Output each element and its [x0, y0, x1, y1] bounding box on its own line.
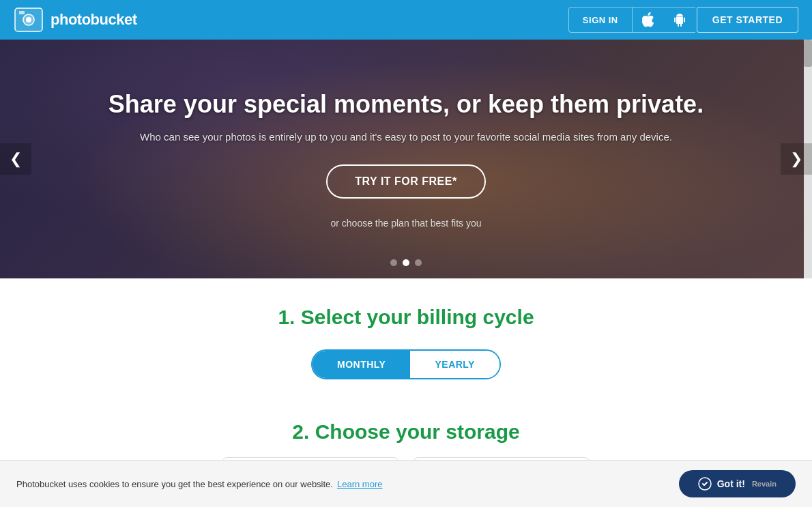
- cookie-text-area: Photobucket uses cookies to ensure you g…: [16, 479, 679, 489]
- billing-toggle: MONTHLY YEARLY: [311, 349, 501, 379]
- apple-app-button[interactable]: [633, 7, 664, 33]
- cookie-banner: Photobucket uses cookies to ensure you g…: [0, 460, 812, 507]
- hero-subtitle: Who can see your photos is entirely up t…: [108, 131, 704, 143]
- svg-point-4: [677, 15, 678, 16]
- cookie-got-it-button[interactable]: Got it! Revain: [679, 470, 796, 497]
- get-started-button[interactable]: GET STARTED: [697, 7, 798, 33]
- hero-section: ❮ Share your special moments, or keep th…: [0, 40, 812, 278]
- hero-cta-button[interactable]: TRY IT FOR FREE*: [326, 164, 485, 199]
- revain-icon: [698, 477, 712, 491]
- logo[interactable]: photobucket: [14, 7, 137, 33]
- yearly-button[interactable]: YEARLY: [410, 351, 499, 378]
- cookie-got-it-label: Got it!: [717, 478, 745, 489]
- photobucket-logo-icon: [14, 7, 44, 33]
- billing-section: 1. Select your billing cycle MONTHLY YEA…: [0, 278, 812, 407]
- cookie-learn-more-link[interactable]: Learn more: [337, 479, 382, 489]
- signin-button[interactable]: SIGN IN: [568, 7, 633, 33]
- storage-section-title: 2. Choose your storage: [14, 420, 798, 444]
- billing-section-title: 1. Select your billing cycle: [14, 306, 798, 329]
- hero-next-button[interactable]: ❯: [781, 143, 812, 175]
- hero-dot-3[interactable]: [415, 259, 422, 266]
- logo-text: photobucket: [50, 11, 137, 29]
- android-icon: [673, 12, 686, 27]
- hero-content: Share your special moments, or keep them…: [81, 89, 731, 229]
- android-app-button[interactable]: [664, 7, 695, 33]
- hero-title: Share your special moments, or keep them…: [108, 89, 704, 119]
- navbar: photobucket SIGN IN GET STARTED: [0, 0, 812, 40]
- cookie-message: Photobucket uses cookies to ensure you g…: [16, 479, 333, 489]
- hero-dot-2[interactable]: [403, 259, 409, 266]
- svg-point-2: [26, 17, 31, 23]
- svg-rect-3: [19, 11, 25, 14]
- nav-actions: SIGN IN GET STARTED: [568, 7, 798, 33]
- hero-prev-button[interactable]: ❮: [0, 143, 31, 175]
- monthly-button[interactable]: MONTHLY: [313, 351, 410, 378]
- svg-point-5: [680, 15, 682, 16]
- apple-icon: [642, 12, 654, 27]
- hero-dot-1[interactable]: [390, 259, 397, 266]
- revain-label: Revain: [752, 480, 777, 488]
- hero-dots: [390, 259, 422, 266]
- scrollbar-thumb: [804, 40, 812, 67]
- hero-choose-plan: or choose the plan that best fits you: [108, 218, 704, 229]
